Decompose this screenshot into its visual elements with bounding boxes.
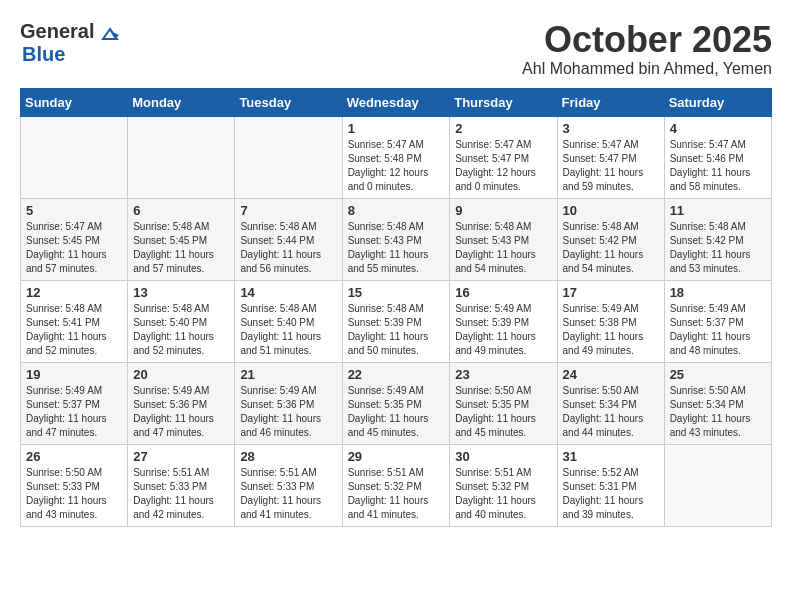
calendar-cell: 23Sunrise: 5:50 AM Sunset: 5:35 PM Dayli… <box>450 362 557 444</box>
day-info: Sunrise: 5:48 AM Sunset: 5:43 PM Dayligh… <box>455 220 551 276</box>
day-number: 17 <box>563 285 659 300</box>
day-info: Sunrise: 5:48 AM Sunset: 5:44 PM Dayligh… <box>240 220 336 276</box>
day-info: Sunrise: 5:48 AM Sunset: 5:45 PM Dayligh… <box>133 220 229 276</box>
title-section: October 2025 Ahl Mohammed bin Ahmed, Yem… <box>522 20 772 78</box>
day-info: Sunrise: 5:49 AM Sunset: 5:38 PM Dayligh… <box>563 302 659 358</box>
day-info: Sunrise: 5:49 AM Sunset: 5:37 PM Dayligh… <box>670 302 766 358</box>
column-header-tuesday: Tuesday <box>235 88 342 116</box>
calendar-cell: 7Sunrise: 5:48 AM Sunset: 5:44 PM Daylig… <box>235 198 342 280</box>
day-info: Sunrise: 5:50 AM Sunset: 5:35 PM Dayligh… <box>455 384 551 440</box>
calendar-cell: 14Sunrise: 5:48 AM Sunset: 5:40 PM Dayli… <box>235 280 342 362</box>
calendar-row: 26Sunrise: 5:50 AM Sunset: 5:33 PM Dayli… <box>21 444 772 526</box>
logo: General Blue <box>20 20 119 66</box>
day-info: Sunrise: 5:51 AM Sunset: 5:33 PM Dayligh… <box>240 466 336 522</box>
day-info: Sunrise: 5:48 AM Sunset: 5:42 PM Dayligh… <box>670 220 766 276</box>
calendar-table: SundayMondayTuesdayWednesdayThursdayFrid… <box>20 88 772 527</box>
calendar-cell: 12Sunrise: 5:48 AM Sunset: 5:41 PM Dayli… <box>21 280 128 362</box>
day-number: 24 <box>563 367 659 382</box>
logo-blue: Blue <box>22 43 65 66</box>
calendar-cell: 8Sunrise: 5:48 AM Sunset: 5:43 PM Daylig… <box>342 198 450 280</box>
month-title: October 2025 <box>522 20 772 60</box>
calendar-row: 19Sunrise: 5:49 AM Sunset: 5:37 PM Dayli… <box>21 362 772 444</box>
day-number: 18 <box>670 285 766 300</box>
calendar-cell: 24Sunrise: 5:50 AM Sunset: 5:34 PM Dayli… <box>557 362 664 444</box>
column-header-thursday: Thursday <box>450 88 557 116</box>
day-info: Sunrise: 5:47 AM Sunset: 5:46 PM Dayligh… <box>670 138 766 194</box>
page-header: General Blue October 2025 Ahl Mohammed b… <box>20 20 772 78</box>
calendar-cell: 1Sunrise: 5:47 AM Sunset: 5:48 PM Daylig… <box>342 116 450 198</box>
day-info: Sunrise: 5:49 AM Sunset: 5:37 PM Dayligh… <box>26 384 122 440</box>
day-number: 27 <box>133 449 229 464</box>
day-number: 30 <box>455 449 551 464</box>
calendar-cell: 15Sunrise: 5:48 AM Sunset: 5:39 PM Dayli… <box>342 280 450 362</box>
calendar-row: 5Sunrise: 5:47 AM Sunset: 5:45 PM Daylig… <box>21 198 772 280</box>
day-number: 13 <box>133 285 229 300</box>
calendar-cell: 28Sunrise: 5:51 AM Sunset: 5:33 PM Dayli… <box>235 444 342 526</box>
day-number: 15 <box>348 285 445 300</box>
day-number: 19 <box>26 367 122 382</box>
calendar-cell: 26Sunrise: 5:50 AM Sunset: 5:33 PM Dayli… <box>21 444 128 526</box>
calendar-cell: 22Sunrise: 5:49 AM Sunset: 5:35 PM Dayli… <box>342 362 450 444</box>
day-info: Sunrise: 5:51 AM Sunset: 5:32 PM Dayligh… <box>348 466 445 522</box>
day-info: Sunrise: 5:49 AM Sunset: 5:35 PM Dayligh… <box>348 384 445 440</box>
calendar-cell: 18Sunrise: 5:49 AM Sunset: 5:37 PM Dayli… <box>664 280 771 362</box>
day-info: Sunrise: 5:49 AM Sunset: 5:36 PM Dayligh… <box>133 384 229 440</box>
column-header-wednesday: Wednesday <box>342 88 450 116</box>
day-number: 21 <box>240 367 336 382</box>
day-number: 3 <box>563 121 659 136</box>
logo-icon <box>101 25 119 43</box>
calendar-row: 1Sunrise: 5:47 AM Sunset: 5:48 PM Daylig… <box>21 116 772 198</box>
day-info: Sunrise: 5:47 AM Sunset: 5:47 PM Dayligh… <box>563 138 659 194</box>
calendar-cell: 31Sunrise: 5:52 AM Sunset: 5:31 PM Dayli… <box>557 444 664 526</box>
svg-marker-1 <box>110 31 119 39</box>
logo-general: General <box>20 20 94 42</box>
calendar-cell <box>664 444 771 526</box>
calendar-cell: 30Sunrise: 5:51 AM Sunset: 5:32 PM Dayli… <box>450 444 557 526</box>
day-info: Sunrise: 5:48 AM Sunset: 5:40 PM Dayligh… <box>133 302 229 358</box>
day-info: Sunrise: 5:50 AM Sunset: 5:34 PM Dayligh… <box>563 384 659 440</box>
calendar-cell: 27Sunrise: 5:51 AM Sunset: 5:33 PM Dayli… <box>128 444 235 526</box>
day-number: 16 <box>455 285 551 300</box>
calendar-cell: 11Sunrise: 5:48 AM Sunset: 5:42 PM Dayli… <box>664 198 771 280</box>
calendar-cell: 17Sunrise: 5:49 AM Sunset: 5:38 PM Dayli… <box>557 280 664 362</box>
day-number: 8 <box>348 203 445 218</box>
column-header-sunday: Sunday <box>21 88 128 116</box>
day-number: 11 <box>670 203 766 218</box>
day-number: 10 <box>563 203 659 218</box>
calendar-cell: 6Sunrise: 5:48 AM Sunset: 5:45 PM Daylig… <box>128 198 235 280</box>
day-number: 7 <box>240 203 336 218</box>
day-info: Sunrise: 5:48 AM Sunset: 5:41 PM Dayligh… <box>26 302 122 358</box>
calendar-cell: 4Sunrise: 5:47 AM Sunset: 5:46 PM Daylig… <box>664 116 771 198</box>
day-number: 6 <box>133 203 229 218</box>
day-number: 9 <box>455 203 551 218</box>
day-info: Sunrise: 5:50 AM Sunset: 5:33 PM Dayligh… <box>26 466 122 522</box>
day-number: 22 <box>348 367 445 382</box>
calendar-cell: 20Sunrise: 5:49 AM Sunset: 5:36 PM Dayli… <box>128 362 235 444</box>
day-info: Sunrise: 5:49 AM Sunset: 5:36 PM Dayligh… <box>240 384 336 440</box>
day-info: Sunrise: 5:48 AM Sunset: 5:39 PM Dayligh… <box>348 302 445 358</box>
day-number: 29 <box>348 449 445 464</box>
day-number: 28 <box>240 449 336 464</box>
calendar-cell <box>235 116 342 198</box>
day-info: Sunrise: 5:50 AM Sunset: 5:34 PM Dayligh… <box>670 384 766 440</box>
calendar-cell: 5Sunrise: 5:47 AM Sunset: 5:45 PM Daylig… <box>21 198 128 280</box>
day-number: 14 <box>240 285 336 300</box>
location-title: Ahl Mohammed bin Ahmed, Yemen <box>522 60 772 78</box>
day-info: Sunrise: 5:48 AM Sunset: 5:43 PM Dayligh… <box>348 220 445 276</box>
calendar-cell: 3Sunrise: 5:47 AM Sunset: 5:47 PM Daylig… <box>557 116 664 198</box>
day-number: 23 <box>455 367 551 382</box>
day-number: 12 <box>26 285 122 300</box>
day-info: Sunrise: 5:52 AM Sunset: 5:31 PM Dayligh… <box>563 466 659 522</box>
calendar-cell: 13Sunrise: 5:48 AM Sunset: 5:40 PM Dayli… <box>128 280 235 362</box>
day-number: 2 <box>455 121 551 136</box>
day-number: 4 <box>670 121 766 136</box>
day-info: Sunrise: 5:48 AM Sunset: 5:42 PM Dayligh… <box>563 220 659 276</box>
day-number: 31 <box>563 449 659 464</box>
calendar-cell: 21Sunrise: 5:49 AM Sunset: 5:36 PM Dayli… <box>235 362 342 444</box>
calendar-cell: 9Sunrise: 5:48 AM Sunset: 5:43 PM Daylig… <box>450 198 557 280</box>
day-info: Sunrise: 5:48 AM Sunset: 5:40 PM Dayligh… <box>240 302 336 358</box>
day-info: Sunrise: 5:47 AM Sunset: 5:47 PM Dayligh… <box>455 138 551 194</box>
day-info: Sunrise: 5:49 AM Sunset: 5:39 PM Dayligh… <box>455 302 551 358</box>
calendar-cell <box>21 116 128 198</box>
day-info: Sunrise: 5:47 AM Sunset: 5:48 PM Dayligh… <box>348 138 445 194</box>
